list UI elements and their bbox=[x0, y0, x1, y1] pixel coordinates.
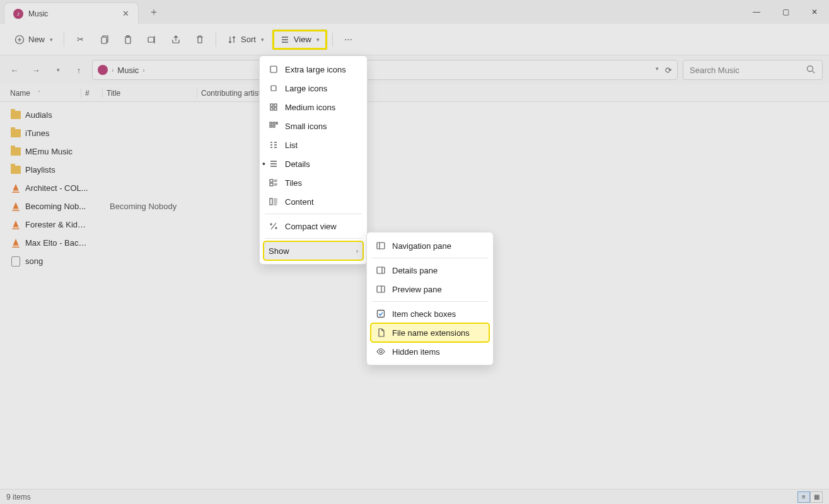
submenu-navigation-pane[interactable]: Navigation pane bbox=[371, 236, 489, 255]
submenu-item-checkboxes[interactable]: Item check boxes bbox=[371, 304, 489, 323]
menu-item-content[interactable]: Content bbox=[264, 192, 363, 211]
copy-icon bbox=[99, 35, 109, 45]
sort-button[interactable]: Sort ▾ bbox=[221, 32, 270, 48]
medium-icons-icon bbox=[269, 102, 279, 112]
menu-item-details[interactable]: Details bbox=[264, 154, 363, 173]
submenu-preview-pane[interactable]: Preview pane bbox=[371, 280, 489, 299]
explorer-tab[interactable]: ♪ Music ✕ bbox=[4, 3, 139, 24]
column-name[interactable]: Name bbox=[10, 89, 30, 98]
svg-rect-18 bbox=[270, 183, 273, 186]
list-item[interactable]: Playlists bbox=[10, 161, 829, 179]
breadcrumb-segment[interactable]: Music bbox=[117, 66, 139, 75]
close-window-button[interactable]: ✕ bbox=[800, 0, 829, 24]
file-icon bbox=[10, 256, 21, 267]
list-item[interactable]: Becoming Nob...Becoming Nobody bbox=[10, 197, 829, 215]
share-icon bbox=[171, 35, 181, 45]
navigation-row: ← → ▾ ↑ › Music › ▾ ⟳ Search Music bbox=[0, 55, 829, 84]
menu-item-tiles[interactable]: Tiles bbox=[264, 173, 363, 192]
view-button[interactable]: View ▾ bbox=[272, 30, 327, 50]
tab-title: Music bbox=[28, 9, 48, 18]
details-pane-icon bbox=[376, 265, 386, 275]
preview-pane-icon bbox=[376, 284, 386, 294]
address-dropdown[interactable]: ▾ bbox=[656, 66, 659, 75]
column-artist[interactable]: Contributing artists bbox=[201, 89, 264, 98]
menu-item-extra-large-icons[interactable]: Extra large icons bbox=[264, 60, 363, 79]
svg-rect-13 bbox=[273, 122, 275, 124]
menu-item-medium-icons[interactable]: Medium icons bbox=[264, 98, 363, 117]
close-tab-icon[interactable]: ✕ bbox=[122, 9, 129, 18]
show-submenu: Navigation pane Details pane Preview pan… bbox=[366, 232, 494, 365]
separator bbox=[332, 33, 333, 47]
svg-rect-20 bbox=[377, 243, 385, 249]
file-title: Becoming Nobody bbox=[110, 202, 177, 211]
recent-locations-button[interactable]: ▾ bbox=[49, 62, 66, 78]
menu-item-small-icons[interactable]: Small icons bbox=[264, 117, 363, 135]
view-menu: Extra large icons Large icons Medium ico… bbox=[259, 55, 368, 265]
view-layout-icon bbox=[280, 35, 290, 45]
paste-button[interactable] bbox=[117, 32, 139, 48]
menu-item-compact-view[interactable]: Compact view bbox=[264, 217, 363, 236]
scissors-icon: ✂ bbox=[75, 35, 85, 45]
svg-rect-9 bbox=[274, 104, 277, 106]
column-title[interactable]: Title bbox=[107, 89, 120, 98]
search-placeholder: Search Music bbox=[690, 66, 739, 75]
submenu-hidden-items[interactable]: Hidden items bbox=[371, 342, 489, 361]
back-button[interactable]: ← bbox=[6, 62, 23, 78]
delete-button[interactable] bbox=[189, 32, 211, 48]
svg-rect-1 bbox=[101, 37, 107, 43]
column-number[interactable]: # bbox=[85, 89, 90, 98]
svg-point-5 bbox=[808, 66, 813, 71]
details-view-toggle[interactable]: ≡ bbox=[797, 491, 810, 503]
file-name: song bbox=[25, 256, 88, 266]
menu-separator bbox=[265, 214, 362, 214]
chevron-down-icon: ▾ bbox=[261, 37, 264, 43]
copy-button[interactable] bbox=[93, 32, 115, 48]
submenu-file-name-extensions[interactable]: File name extensions bbox=[371, 323, 489, 342]
new-tab-button[interactable]: ＋ bbox=[149, 6, 159, 19]
chevron-down-icon: ▾ bbox=[50, 37, 53, 43]
list-item[interactable]: MEmu Music bbox=[10, 142, 829, 161]
status-bar: 9 items ≡ ▦ bbox=[0, 489, 829, 504]
menu-item-show[interactable]: Show › bbox=[264, 241, 363, 260]
maximize-button[interactable]: ▢ bbox=[771, 0, 800, 24]
cut-button[interactable]: ✂ bbox=[69, 32, 91, 48]
file-name: Architect - COL... bbox=[25, 183, 88, 193]
rename-button[interactable] bbox=[141, 32, 163, 48]
file-name: Max Elto - Back... bbox=[25, 238, 88, 248]
forward-button[interactable]: → bbox=[28, 62, 44, 78]
list-item[interactable]: Forester & Kidn... bbox=[10, 215, 829, 234]
search-icon bbox=[806, 64, 816, 76]
share-button[interactable] bbox=[165, 32, 187, 48]
list-item[interactable]: iTunes bbox=[10, 124, 829, 142]
refresh-button[interactable]: ⟳ bbox=[665, 66, 672, 75]
details-icon bbox=[269, 159, 279, 169]
submenu-details-pane[interactable]: Details pane bbox=[371, 261, 489, 280]
search-input[interactable]: Search Music bbox=[683, 60, 823, 80]
minimize-button[interactable]: — bbox=[742, 0, 771, 24]
folder-icon bbox=[10, 110, 21, 121]
hidden-items-icon bbox=[376, 346, 386, 357]
more-button[interactable]: ⋯ bbox=[338, 32, 359, 48]
file-extensions-icon bbox=[376, 328, 386, 338]
file-name: Forester & Kidn... bbox=[25, 220, 88, 229]
menu-item-list[interactable]: List bbox=[264, 135, 363, 154]
new-button[interactable]: New ▾ bbox=[9, 32, 59, 48]
command-toolbar: New ▾ ✂ Sort ▾ View ▾ ⋯ bbox=[0, 24, 829, 55]
clipboard-icon bbox=[123, 35, 133, 45]
chevron-down-icon: ▾ bbox=[57, 67, 60, 73]
folder-icon bbox=[10, 146, 21, 158]
file-name: iTunes bbox=[25, 129, 88, 138]
view-label: View bbox=[294, 35, 311, 44]
menu-item-large-icons[interactable]: Large icons bbox=[264, 79, 363, 98]
checkbox-icon bbox=[376, 309, 386, 319]
up-button[interactable]: ↑ bbox=[71, 62, 87, 78]
thumbnails-view-toggle[interactable]: ▦ bbox=[810, 491, 823, 503]
folder-icon bbox=[10, 164, 21, 176]
address-bar[interactable]: › Music › ▾ ⟳ bbox=[92, 60, 678, 80]
list-item[interactable]: Architect - COL... bbox=[10, 179, 829, 197]
list-item[interactable]: Audials bbox=[10, 106, 829, 124]
vlc-icon bbox=[10, 183, 21, 194]
compact-view-icon bbox=[269, 221, 279, 231]
titlebar: ♪ Music ✕ ＋ — ▢ ✕ bbox=[0, 0, 829, 24]
svg-rect-6 bbox=[270, 66, 277, 72]
